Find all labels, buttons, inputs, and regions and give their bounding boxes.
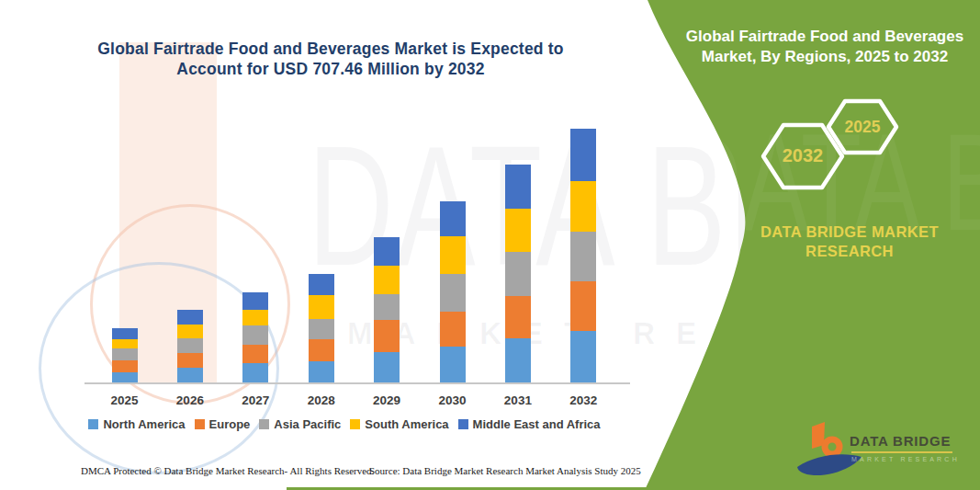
bar-segment-2026 — [177, 310, 203, 325]
bar-segment-2030 — [440, 274, 466, 312]
bar-segment-2029 — [374, 266, 400, 294]
footer-dmca: DMCA Protected © Data Bridge Market Rese… — [81, 465, 374, 476]
dbmr-logo-name: DATA BRIDGE — [850, 433, 964, 449]
bar-segment-2025 — [112, 339, 138, 348]
brand-line2: RESEARCH — [730, 242, 969, 261]
x-axis-label: 2027 — [232, 393, 278, 407]
bar-segment-2031 — [505, 165, 531, 209]
bar-segment-2029 — [374, 320, 400, 352]
x-axis-label: 2030 — [430, 393, 476, 407]
bar-segment-2027 — [242, 325, 268, 345]
legend-swatch — [350, 419, 360, 429]
legend-item-south-america: South America — [350, 417, 448, 431]
bar-segment-2026 — [177, 353, 203, 368]
panel-headline: Global Fairtrade Food and Beverages Mark… — [677, 27, 973, 66]
bar-segment-2028 — [309, 361, 334, 382]
bar-segment-2030 — [440, 201, 466, 236]
panel-headline-line1: Global Fairtrade Food and Beverages — [677, 27, 973, 47]
legend-label: South America — [365, 417, 448, 431]
legend-swatch — [88, 419, 98, 429]
dbmr-logo-underline — [851, 451, 952, 453]
bar-segment-2025 — [112, 372, 138, 382]
bar-segment-2032 — [570, 281, 596, 331]
bar-segment-2025 — [112, 348, 138, 360]
bar-segment-2025 — [112, 328, 138, 339]
x-axis-label: 2028 — [299, 393, 344, 407]
x-axis-label: 2029 — [364, 393, 410, 407]
bar-segment-2025 — [112, 360, 138, 372]
legend: North America Europe Asia Pacific South … — [51, 417, 638, 431]
bar-segment-2028 — [309, 339, 334, 361]
bar-segment-2032 — [570, 181, 596, 232]
logo-b-bowl — [825, 439, 839, 454]
x-axis-label: 2026 — [167, 393, 213, 407]
legend-label: Europe — [209, 417, 251, 431]
bar-segment-2026 — [177, 368, 203, 382]
x-axis-label: 2031 — [495, 393, 541, 407]
legend-label: Asia Pacific — [274, 417, 341, 431]
panel-headline-line2: Market, By Regions, 2025 to 2032 — [677, 47, 973, 67]
brand-line1: DATA BRIDGE MARKET — [730, 222, 969, 242]
bar-segment-2027 — [242, 345, 268, 363]
bar-segment-2032 — [570, 331, 596, 382]
badge-2025: 2025 — [837, 118, 888, 137]
x-axis-label: 2025 — [102, 393, 148, 407]
bar-segment-2031 — [505, 296, 531, 338]
bar-segment-2026 — [177, 325, 203, 338]
badge-2032: 2032 — [775, 145, 830, 166]
bar-segment-2030 — [440, 236, 466, 274]
bar-segment-2028 — [309, 295, 334, 319]
legend-swatch — [259, 419, 269, 429]
legend-label: North America — [103, 417, 185, 431]
legend-swatch — [458, 419, 468, 429]
bar-segment-2032 — [570, 129, 596, 181]
legend-item-middle-east-africa: Middle East and Africa — [458, 417, 601, 431]
x-axis-line — [84, 382, 630, 384]
bar-segment-2032 — [570, 232, 596, 281]
bar-segment-2031 — [505, 338, 531, 382]
legend-item-europe: Europe — [195, 417, 251, 431]
bar-segment-2027 — [242, 292, 268, 310]
bar-segment-2028 — [309, 274, 334, 295]
bar-segment-2026 — [177, 338, 203, 353]
bar-segment-2028 — [309, 319, 334, 339]
footer-source: Source: Data Bridge Market Research Mark… — [369, 465, 641, 476]
bar-segment-2031 — [505, 209, 531, 252]
dbmr-logo-tagline: MARKET RESEARCH — [851, 456, 966, 462]
bar-segment-2027 — [242, 363, 268, 382]
infographic-canvas: DATA BRIDGE MARKET RESEARCH DATA BRIDGE … — [0, 0, 980, 490]
chart-title-line1: Global Fairtrade Food and Beverages Mark… — [92, 39, 569, 59]
legend-item-asia-pacific: Asia Pacific — [259, 417, 341, 431]
legend-swatch — [195, 419, 205, 429]
bar-segment-2030 — [440, 347, 466, 382]
legend-label: Middle East and Africa — [473, 417, 601, 431]
chart-title: Global Fairtrade Food and Beverages Mark… — [92, 39, 569, 79]
bar-segment-2031 — [505, 252, 531, 296]
x-axis-label: 2032 — [560, 393, 606, 407]
dbmr-logo-mark — [792, 412, 874, 485]
bar-segment-2029 — [374, 237, 400, 266]
legend-item-north-america: North America — [88, 417, 185, 431]
bar-segment-2029 — [374, 352, 400, 382]
bar-segment-2029 — [374, 294, 400, 320]
chart-title-line2: Account for USD 707.46 Million by 2032 — [92, 59, 569, 79]
brand-text: DATA BRIDGE MARKET RESEARCH — [730, 222, 969, 261]
bar-segment-2030 — [440, 312, 466, 347]
bar-segment-2027 — [242, 310, 268, 325]
